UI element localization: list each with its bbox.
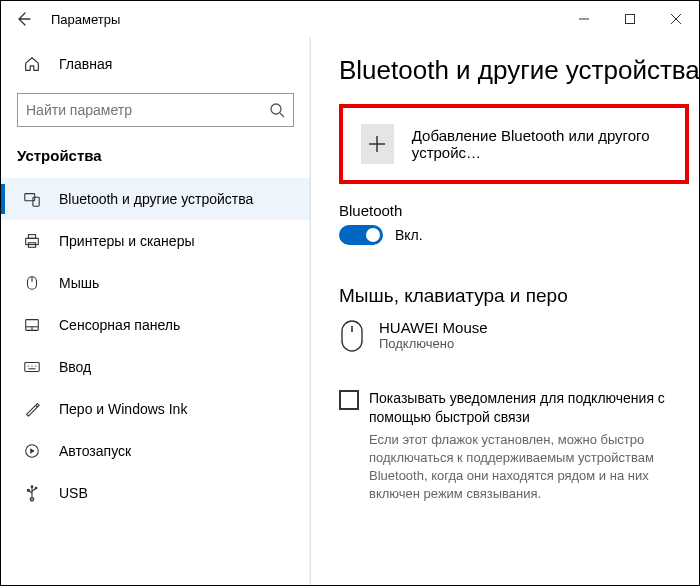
- window-title: Параметры: [39, 12, 120, 27]
- sidebar-item-typing[interactable]: Ввод: [1, 346, 310, 388]
- sidebar-item-label: Сенсорная панель: [59, 317, 180, 333]
- sidebar-item-label: Перо и Windows Ink: [59, 401, 187, 417]
- bluetooth-toggle[interactable]: [339, 225, 383, 245]
- minimize-button[interactable]: [561, 3, 607, 35]
- mouse-device-icon: [339, 319, 365, 353]
- sidebar-item-label: Bluetooth и другие устройства: [59, 191, 253, 207]
- devices-heading: Мышь, клавиатура и перо: [339, 285, 691, 307]
- sidebar-item-label: Автозапуск: [59, 443, 131, 459]
- sidebar: Главная Устройства Bluetooth и другие ус…: [1, 37, 311, 585]
- svg-point-17: [35, 365, 36, 366]
- maximize-button[interactable]: [607, 3, 653, 35]
- sidebar-item-label: USB: [59, 485, 88, 501]
- autoplay-icon: [23, 442, 41, 460]
- arrow-left-icon: [15, 11, 31, 27]
- notifications-checkbox[interactable]: [339, 390, 359, 410]
- svg-rect-23: [27, 489, 30, 492]
- svg-point-15: [28, 365, 29, 366]
- sidebar-item-label: Ввод: [59, 359, 91, 375]
- home-label: Главная: [59, 56, 112, 72]
- plus-icon: [361, 124, 394, 164]
- sidebar-item-pen[interactable]: Перо и Windows Ink: [1, 388, 310, 430]
- svg-rect-1: [626, 15, 635, 24]
- mouse-icon: [23, 274, 41, 292]
- keyboard-icon: [23, 358, 41, 376]
- svg-point-2: [271, 104, 281, 114]
- device-item[interactable]: HUAWEI Mouse Подключено: [339, 319, 691, 353]
- minimize-icon: [579, 14, 589, 24]
- device-name: HUAWEI Mouse: [379, 319, 488, 336]
- svg-point-16: [31, 365, 32, 366]
- svg-rect-14: [25, 363, 39, 372]
- search-field[interactable]: [26, 102, 269, 118]
- window-controls: [561, 3, 699, 35]
- sidebar-item-mouse[interactable]: Мышь: [1, 262, 310, 304]
- add-device-button[interactable]: Добавление Bluetooth или другого устройс…: [339, 104, 689, 184]
- svg-point-24: [35, 487, 38, 490]
- sidebar-item-label: Принтеры и сканеры: [59, 233, 194, 249]
- svg-line-3: [280, 113, 284, 117]
- notifications-checkbox-label: Показывать уведомления для подключения с…: [369, 389, 691, 427]
- search-icon: [269, 102, 285, 118]
- sidebar-category: Устройства: [1, 141, 310, 178]
- bluetooth-toggle-state: Вкл.: [395, 227, 423, 243]
- bluetooth-devices-icon: [23, 190, 41, 208]
- touchpad-icon: [23, 316, 41, 334]
- svg-rect-27: [342, 321, 362, 351]
- svg-rect-5: [33, 197, 39, 206]
- sidebar-item-printers[interactable]: Принтеры и сканеры: [1, 220, 310, 262]
- toggle-knob: [366, 228, 380, 242]
- page-title: Bluetooth и другие устройства: [339, 55, 691, 86]
- svg-point-21: [31, 485, 34, 488]
- close-icon: [671, 14, 681, 24]
- svg-rect-7: [28, 235, 35, 239]
- content: Bluetooth и другие устройства Добавление…: [311, 37, 699, 585]
- notifications-description: Если этот флажок установлен, можно быстр…: [369, 431, 691, 504]
- titlebar: Параметры: [1, 1, 699, 37]
- usb-icon: [23, 484, 41, 502]
- sidebar-item-label: Мышь: [59, 275, 99, 291]
- device-status: Подключено: [379, 336, 488, 351]
- maximize-icon: [625, 14, 635, 24]
- printer-icon: [23, 232, 41, 250]
- close-button[interactable]: [653, 3, 699, 35]
- pen-icon: [23, 400, 41, 418]
- home-link[interactable]: Главная: [1, 45, 310, 83]
- sidebar-item-autoplay[interactable]: Автозапуск: [1, 430, 310, 472]
- add-device-label: Добавление Bluetooth или другого устройс…: [412, 127, 667, 161]
- back-button[interactable]: [7, 3, 39, 35]
- search-input[interactable]: [17, 93, 294, 127]
- sidebar-item-usb[interactable]: USB: [1, 472, 310, 514]
- home-icon: [23, 55, 41, 73]
- svg-rect-6: [26, 238, 39, 244]
- sidebar-item-touchpad[interactable]: Сенсорная панель: [1, 304, 310, 346]
- sidebar-item-bluetooth[interactable]: Bluetooth и другие устройства: [1, 178, 310, 220]
- bluetooth-section-label: Bluetooth: [339, 202, 691, 219]
